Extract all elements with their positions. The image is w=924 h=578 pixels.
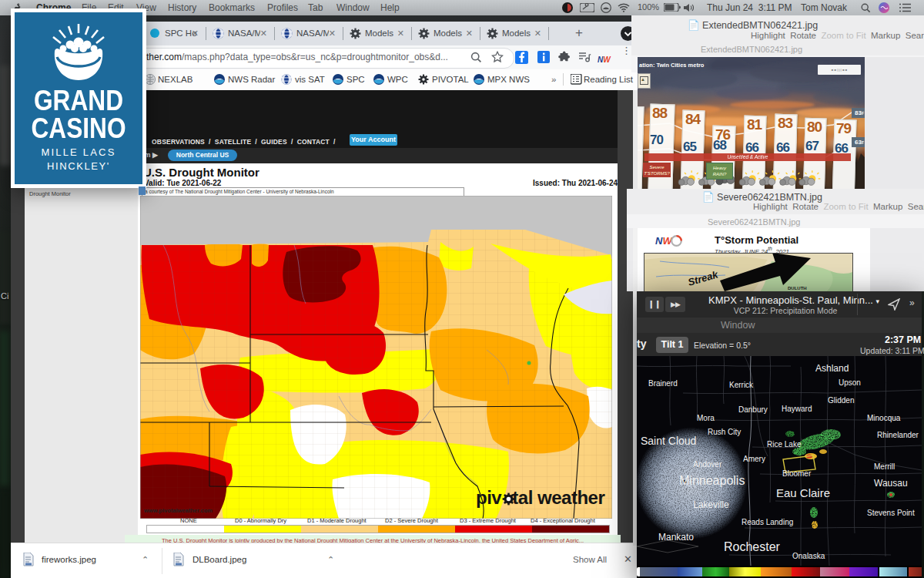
svg-text:DULUTH: DULUTH bbox=[788, 286, 807, 291]
